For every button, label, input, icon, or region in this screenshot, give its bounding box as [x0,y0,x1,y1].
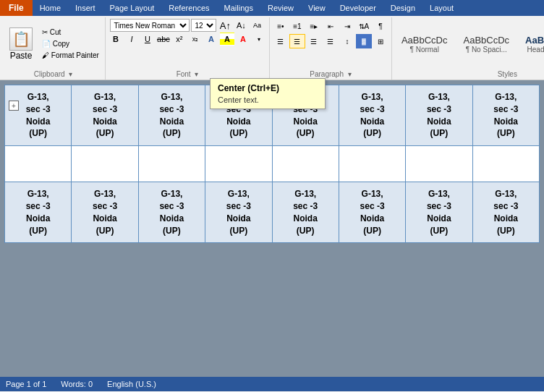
table-cell[interactable]: G-13,sec -3Noida(UP) [272,182,339,243]
show-hide-button[interactable]: ¶ [373,19,388,33]
style-nospace-preview: AaBbCcDc [464,35,510,46]
shading-button[interactable]: ▓ [356,34,372,48]
center-tooltip: Center (Ctrl+E) Center text. [210,78,326,109]
tab-review[interactable]: Review [260,0,301,16]
style-heading1-label: Heading 1 [527,46,544,54]
clipboard-label: Clipboard ▾ [4,69,102,78]
align-left-button[interactable]: ☰ [273,34,289,48]
align-right-button[interactable]: ☰ [306,34,322,48]
style-heading1[interactable]: AaBbCc Heading 1 [519,31,544,57]
text-effect-button[interactable]: A [204,33,218,46]
superscript-button[interactable]: x₂ [188,33,203,46]
table-cell-empty[interactable] [339,146,405,182]
word-count: Words: 0 [61,380,93,388]
borders-button[interactable]: ⊞ [373,34,388,48]
strikethrough-button[interactable]: abc [156,33,171,46]
paragraph-label: Paragraph ▾ [273,69,388,78]
text-highlight-button[interactable]: A [220,33,234,46]
tab-view[interactable]: View [301,0,333,16]
font-row2: B I U abc x² x₂ A A A ▾ [109,33,266,46]
style-normal-preview: AaBbCcDc [401,35,448,46]
tab-page-layout[interactable]: Page Layout [103,0,162,16]
table-cell[interactable]: G-13,sec -3Noida(UP) [472,182,539,243]
para-row2: ☰ ☰ ☰ ☰ ↕ ▓ ⊞ [273,34,388,48]
decrease-indent-button[interactable]: ⇤ [323,19,339,33]
underline-button[interactable]: U [140,33,155,46]
page-count: Page 1 of 1 [6,380,46,388]
align-center-button[interactable]: ☰ [289,34,305,48]
table-cell[interactable]: G-13,sec -3Noida(UP) [472,85,539,146]
tab-home[interactable]: Home [33,0,68,16]
tab-design[interactable]: Design [383,0,422,16]
styles-label: Styles [395,69,544,78]
table-cell-empty[interactable] [205,146,272,182]
copy-button[interactable]: 📄 Copy [39,38,102,49]
table-cell[interactable]: G-13,sec -3Noida(UP) [138,182,205,243]
file-tab[interactable]: File [0,0,33,16]
shrink-font-button[interactable]: A↓ [234,19,248,32]
italic-button[interactable]: I [124,33,139,46]
table-cell-empty[interactable] [272,146,339,182]
subscript-button[interactable]: x² [172,33,187,46]
grow-font-button[interactable]: A↑ [218,19,232,32]
table-cell-empty[interactable] [472,146,539,182]
ribbon: 📋 Paste ✂ Cut 📄 Copy 🖌 Format Painter Cl… [0,16,544,80]
font-label: Font ▾ [109,69,266,78]
line-spacing-button[interactable]: ↕ [339,34,355,48]
ribbon-content: 📋 Paste ✂ Cut 📄 Copy 🖌 Format Painter Cl… [0,16,544,80]
table-cell[interactable]: G-13,sec -3Noida(UP) [205,182,272,243]
tab-insert[interactable]: Insert [68,0,103,16]
table-cell[interactable]: G-13,sec -3Noida(UP) [72,182,138,243]
font-color-button[interactable]: A [236,33,250,46]
ribbon-tabs: Home Insert Page Layout References Maili… [33,0,544,16]
table-row-empty [5,146,540,182]
numbering-button[interactable]: ≡1 [289,19,305,33]
clear-format-button[interactable]: Aa [250,19,264,32]
table-cell-empty[interactable] [72,146,138,182]
bullets-button[interactable]: ≡• [273,19,289,33]
increase-indent-button[interactable]: ⇥ [339,19,355,33]
table-cell-empty[interactable] [406,146,472,182]
table-cell[interactable]: G-13,sec -3Noida(UP) [72,85,138,146]
table-cell[interactable]: G-13,sec -3Noida(UP) [406,182,472,243]
style-normal[interactable]: AaBbCcDc ¶ Normal [395,31,454,57]
tooltip-title: Center (Ctrl+E) [218,83,318,93]
table-cell[interactable]: G-13,sec -3Noida(UP) [339,182,405,243]
clipboard-content: 📋 Paste ✂ Cut 📄 Copy 🖌 Format Painter [4,19,102,69]
paste-button[interactable]: 📋 Paste [4,24,38,64]
table-cell[interactable]: G-13,sec -3Noida(UP) [406,85,472,146]
styles-content: AaBbCcDc ¶ Normal AaBbCcDc ¶ No Spaci...… [395,19,544,69]
style-nospace-label: ¶ No Spaci... [466,46,507,54]
tooltip-description: Center text. [218,95,318,104]
style-heading1-preview: AaBbCc [525,35,544,46]
sort-button[interactable]: ⇅A [356,19,372,33]
tab-references[interactable]: References [161,0,216,16]
bold-button[interactable]: B [109,33,123,46]
table-cell[interactable]: G-13,sec -3Noida(UP) [339,85,405,146]
font-color-dropdown[interactable]: ▾ [252,33,266,46]
font-name-select[interactable]: Times New Roman [110,19,190,32]
title-bar: File Home Insert Page Layout References … [0,0,544,16]
format-painter-button[interactable]: 🖌 Format Painter [39,50,102,61]
tab-developer[interactable]: Developer [333,0,383,16]
para-row1: ≡• ≡1 ≡▸ ⇤ ⇥ ⇅A ¶ [273,19,388,33]
tab-mailings[interactable]: Mailings [217,0,260,16]
table-cell[interactable]: G-13,sec -3Noida(UP) [5,182,72,243]
language: English (U.S.) [107,380,156,388]
font-size-select[interactable]: 12 [191,19,216,32]
paste-label: Paste [10,51,33,61]
add-table-button[interactable]: + [9,101,19,111]
styles-group: AaBbCcDc ¶ Normal AaBbCcDc ¶ No Spaci...… [392,17,544,80]
style-normal-label: ¶ Normal [410,46,439,54]
table-cell-empty[interactable] [5,146,72,182]
table-cell-empty[interactable] [138,146,205,182]
cut-button[interactable]: ✂ Cut [39,27,102,38]
tab-layout[interactable]: Layout [422,0,461,16]
multilevel-list-button[interactable]: ≡▸ [306,19,322,33]
font-content: Times New Roman 12 A↑ A↓ Aa B I U abc x²… [109,19,266,69]
table-cell[interactable]: G-13,sec -3Noida(UP) [138,85,205,146]
style-no-spacing[interactable]: AaBbCcDc ¶ No Spaci... [457,31,517,57]
paste-icon: 📋 [9,27,33,51]
table-cell[interactable]: G-13,sec -3Noida(UP) [5,85,72,146]
justify-button[interactable]: ☰ [323,34,339,48]
